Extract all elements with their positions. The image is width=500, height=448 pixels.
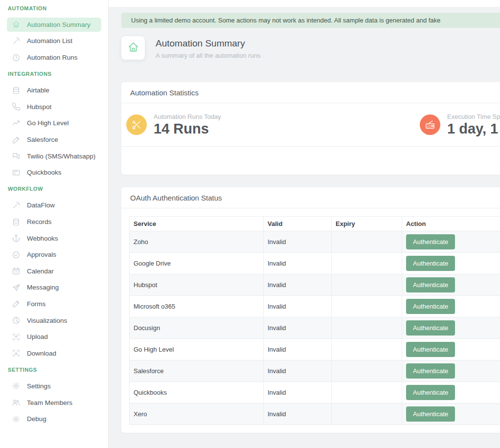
sidebar-section-automation: AUTOMATION bbox=[0, 0, 108, 17]
sidebar-item-label: Forms bbox=[27, 300, 45, 308]
valid-cell: Invalid bbox=[264, 403, 332, 425]
valid-cell: Invalid bbox=[264, 339, 332, 360]
sidebar-item-salesforce[interactable]: Salesforce bbox=[0, 132, 108, 148]
sidebar-item-label: Go High Level bbox=[27, 119, 69, 127]
pen-icon bbox=[12, 299, 21, 308]
authenticate-button[interactable]: Authenticate bbox=[406, 256, 455, 271]
action-cell: Authenticate bbox=[402, 360, 500, 382]
pen-icon bbox=[12, 135, 21, 144]
action-cell: Authenticate bbox=[402, 403, 500, 425]
wand-icon bbox=[12, 201, 21, 210]
table-row-zoho: ZohoInvalidAuthenticate bbox=[130, 231, 500, 253]
sidebar-item-automation-runs[interactable]: Automation Runs bbox=[0, 49, 108, 66]
sidebar-item-webhooks[interactable]: Webhooks bbox=[0, 230, 108, 246]
authenticate-button[interactable]: Authenticate bbox=[406, 277, 455, 292]
expiry-cell bbox=[332, 360, 402, 382]
chat-icon bbox=[12, 152, 21, 160]
valid-cell: Invalid bbox=[264, 360, 332, 382]
sidebar-item-label: Automation Summary bbox=[27, 21, 91, 28]
sidebar-item-label: Automation Runs bbox=[27, 54, 78, 61]
main-content: Using a limited demo account. Some actio… bbox=[109, 0, 500, 448]
sidebar-item-airtable[interactable]: Airtable bbox=[0, 82, 108, 99]
service-cell: Zoho bbox=[130, 231, 264, 253]
expiry-cell bbox=[332, 253, 402, 274]
sidebar-item-records[interactable]: Records bbox=[0, 214, 108, 230]
service-cell: Microsoft o365 bbox=[130, 296, 264, 317]
authenticate-button[interactable]: Authenticate bbox=[406, 299, 455, 314]
sidebar-item-label: Team Members bbox=[27, 399, 72, 406]
sidebar-item-twilio-sms-whatsapp[interactable]: Twilio (SMS/Whatsapp) bbox=[0, 148, 108, 164]
authenticate-button[interactable]: Authenticate bbox=[406, 342, 455, 357]
sidebar-item-label: Salesforce bbox=[27, 136, 58, 143]
authenticate-button[interactable]: Authenticate bbox=[406, 234, 455, 249]
column-header-expiry: Expiry bbox=[332, 217, 402, 231]
table-row-docusign: DocusignInvalidAuthenticate bbox=[130, 317, 500, 339]
stat-execution-time-spent: Execution Time Spent1 day, 1 bbox=[415, 103, 500, 146]
check-circle-icon bbox=[12, 250, 21, 259]
service-cell: Google Drive bbox=[130, 253, 264, 274]
download-icon bbox=[12, 349, 21, 358]
sidebar-item-calendar[interactable]: 15Calendar bbox=[0, 263, 108, 280]
sidebar-item-settings[interactable]: Settings bbox=[0, 378, 108, 395]
sidebar-item-visualizations[interactable]: Visualizations bbox=[0, 312, 108, 329]
sidebar-item-label: Records bbox=[27, 218, 51, 225]
users-icon bbox=[12, 398, 21, 407]
sidebar-item-label: Hubspot bbox=[27, 103, 51, 111]
stats-card: Automation Statistics Automation Runs To… bbox=[121, 82, 500, 175]
service-cell: Go High Level bbox=[130, 339, 264, 360]
valid-cell: Invalid bbox=[264, 253, 332, 274]
valid-cell: Invalid bbox=[264, 317, 332, 339]
sidebar-item-go-high-level[interactable]: Go High Level bbox=[0, 115, 108, 132]
card-icon bbox=[12, 168, 21, 177]
valid-cell: Invalid bbox=[264, 296, 332, 317]
database-icon bbox=[12, 218, 21, 226]
sidebar-item-automation-list[interactable]: Automation List bbox=[0, 33, 108, 49]
sidebar-item-quickbooks[interactable]: Quickbooks bbox=[0, 164, 108, 181]
sidebar-item-approvals[interactable]: Approvals bbox=[0, 246, 108, 263]
sidebar-item-forms[interactable]: Forms bbox=[0, 296, 108, 313]
oauth-card: OAuth Authentication Status ServiceValid… bbox=[121, 187, 500, 433]
sidebar-item-upload[interactable]: Upload bbox=[0, 329, 108, 345]
sidebar-item-download[interactable]: Download bbox=[0, 345, 108, 361]
authenticate-button[interactable]: Authenticate bbox=[406, 320, 455, 336]
authenticate-button[interactable]: Authenticate bbox=[406, 363, 455, 379]
action-cell: Authenticate bbox=[402, 382, 500, 403]
page-subtitle: A summary of all the automation runs bbox=[156, 52, 261, 59]
sidebar-item-debug[interactable]: Debug bbox=[0, 411, 108, 427]
service-cell: Hubspot bbox=[130, 274, 264, 296]
column-header-service: Service bbox=[130, 217, 264, 231]
table-row-microsoft-o365: Microsoft o365InvalidAuthenticate bbox=[130, 296, 500, 317]
valid-cell: Invalid bbox=[264, 274, 332, 296]
sidebar-item-label: DataFlow bbox=[27, 202, 55, 209]
sidebar-item-automation-summary[interactable]: Automation Summary bbox=[7, 18, 101, 32]
expiry-cell bbox=[332, 317, 402, 339]
action-cell: Authenticate bbox=[402, 296, 500, 317]
stats-footer bbox=[121, 147, 500, 175]
topbar bbox=[109, 0, 500, 7]
sidebar-item-messaging[interactable]: Messaging bbox=[0, 279, 108, 296]
expiry-cell bbox=[332, 274, 402, 296]
gear-icon bbox=[12, 415, 21, 424]
service-cell: Salesforce bbox=[130, 360, 264, 382]
sidebar-item-hubspot[interactable]: Hubspot bbox=[0, 99, 108, 115]
gear-icon bbox=[12, 381, 21, 390]
sidebar-item-label: Quickbooks bbox=[27, 169, 62, 176]
sidebar-item-label: Debug bbox=[27, 415, 46, 423]
sidebar-item-label: Webhooks bbox=[27, 235, 58, 242]
column-header-valid: Valid bbox=[264, 217, 332, 231]
app-window: AUTOMATIONAutomation SummaryAutomation L… bbox=[0, 0, 500, 448]
sidebar-item-label: Upload bbox=[27, 333, 48, 340]
action-cell: Authenticate bbox=[402, 317, 500, 339]
table-row-go-high-level: Go High LevelInvalidAuthenticate bbox=[130, 339, 500, 360]
authenticate-button[interactable]: Authenticate bbox=[406, 406, 455, 422]
wand-icon bbox=[12, 37, 21, 45]
demo-banner-text: Using a limited demo account. Some actio… bbox=[131, 17, 440, 24]
authenticate-button[interactable]: Authenticate bbox=[406, 385, 455, 400]
table-row-quickbooks: QuickbooksInvalidAuthenticate bbox=[130, 382, 500, 403]
stat-value: 1 day, 1 bbox=[447, 121, 500, 137]
sidebar-item-team-members[interactable]: Team Members bbox=[0, 394, 108, 411]
sidebar-item-dataflow[interactable]: DataFlow bbox=[0, 197, 108, 214]
trend-icon bbox=[12, 119, 21, 128]
home-icon bbox=[127, 41, 140, 56]
table-row-xero: XeroInvalidAuthenticate bbox=[130, 403, 500, 425]
